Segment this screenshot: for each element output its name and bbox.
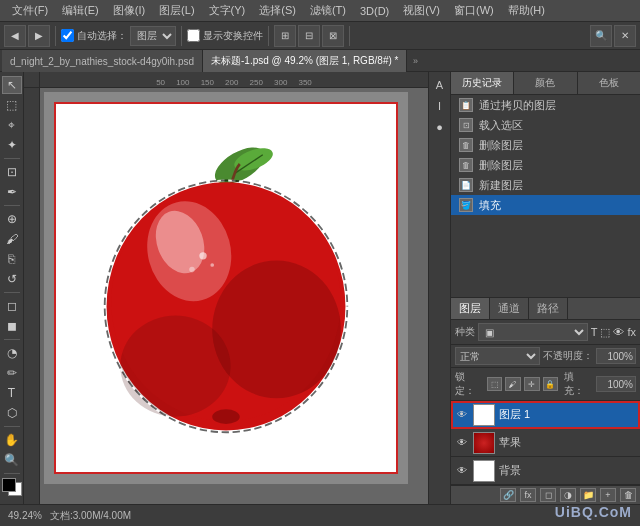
tool-clone[interactable]: ⎘ xyxy=(2,250,22,268)
tool-zoom[interactable]: 🔍 xyxy=(2,451,22,469)
tool-path[interactable]: ⬡ xyxy=(2,404,22,422)
tool-dodge[interactable]: ◔ xyxy=(2,344,22,362)
panel-tab-swatches[interactable]: 色板 xyxy=(578,72,640,94)
tool-sep-6 xyxy=(4,473,20,474)
show-transform-row: 显示变换控件 xyxy=(187,29,263,43)
layer-visibility-0[interactable]: 👁 xyxy=(455,408,469,422)
tool-hand[interactable]: ✋ xyxy=(2,431,22,449)
color-swatches[interactable] xyxy=(2,478,22,496)
layer-mask-btn[interactable]: ◻ xyxy=(540,488,556,502)
history-icon-4: 📄 xyxy=(459,178,473,192)
layer-opacity-row: 不透明度： xyxy=(543,348,636,364)
watermark: UiBQ.CoM xyxy=(555,504,632,520)
layers-tab-paths[interactable]: 路径 xyxy=(529,298,568,319)
history-item-4[interactable]: 📄 新建图层 xyxy=(451,175,640,195)
tool-text[interactable]: T xyxy=(2,384,22,402)
toolbar-back-btn[interactable]: ◀ xyxy=(4,25,26,47)
fill-input[interactable] xyxy=(596,376,636,392)
align-btn-1[interactable]: ⊞ xyxy=(274,25,296,47)
menu-layer[interactable]: 图层(L) xyxy=(153,1,200,20)
tool-crop[interactable]: ⊡ xyxy=(2,163,22,181)
layer-new-btn[interactable]: + xyxy=(600,488,616,502)
history-label-3: 删除图层 xyxy=(479,158,523,173)
tab-file2[interactable]: 未标题-1.psd @ 49.2% (图层 1, RGB/8#) * xyxy=(203,50,407,72)
layer-link-btn[interactable]: 🔗 xyxy=(500,488,516,502)
panel-tab-history[interactable]: 历史记录 xyxy=(451,72,514,94)
menu-3d[interactable]: 3D(D) xyxy=(354,3,395,19)
layer-item-0[interactable]: 👁 图层 1 xyxy=(451,401,640,429)
layer-name-1: 苹果 xyxy=(499,435,636,450)
tool-brush[interactable]: 🖌 xyxy=(2,230,22,248)
right-icon-info[interactable]: I xyxy=(431,97,449,115)
layer-group-btn[interactable]: 📁 xyxy=(580,488,596,502)
canvas-area[interactable]: 50 100 150 200 250 300 350 xyxy=(24,72,428,504)
history-item-5[interactable]: 🪣 填充 xyxy=(451,195,640,215)
auto-select-checkbox[interactable] xyxy=(61,29,74,42)
vertical-ruler xyxy=(24,72,40,504)
right-icon-text[interactable]: A xyxy=(431,76,449,94)
toolbar-forward-btn[interactable]: ▶ xyxy=(28,25,50,47)
toolbar-search-btn[interactable]: 🔍 xyxy=(590,25,612,47)
layers-tab-layers[interactable]: 图层 xyxy=(451,298,490,319)
tool-gradient[interactable]: ◼ xyxy=(2,317,22,335)
menu-image[interactable]: 图像(I) xyxy=(107,1,151,20)
history-panel: 📋 通过拷贝的图层 ⊡ 载入选区 🗑 删除图层 🗑 删除图层 📄 新建图层 🪣 xyxy=(451,95,640,297)
tab-bar: d_night_2_by_nathies_stock-d4gy0ih.psd 未… xyxy=(0,50,640,72)
menu-window[interactable]: 窗口(W) xyxy=(448,1,500,20)
layer-visibility-2[interactable]: 👁 xyxy=(455,464,469,478)
toolbar-separator-3 xyxy=(268,26,269,46)
menu-text[interactable]: 文字(Y) xyxy=(203,1,252,20)
toolbar-close-btn[interactable]: ✕ xyxy=(614,25,636,47)
menu-filter[interactable]: 滤镜(T) xyxy=(304,1,352,20)
history-item-0[interactable]: 📋 通过拷贝的图层 xyxy=(451,95,640,115)
lock-image-btn[interactable]: 🖌 xyxy=(505,377,521,391)
layers-kind-select[interactable]: ▣ xyxy=(478,323,588,341)
tool-pen[interactable]: ✏ xyxy=(2,364,22,382)
align-btn-2[interactable]: ⊟ xyxy=(298,25,320,47)
layer-visibility-1[interactable]: 👁 xyxy=(455,436,469,450)
tool-eyedropper[interactable]: ✒ xyxy=(2,183,22,201)
fill-label: 填充： xyxy=(564,370,593,398)
tab-more-btn[interactable]: » xyxy=(407,50,423,71)
tool-magic-wand[interactable]: ✦ xyxy=(2,136,22,154)
history-item-3[interactable]: 🗑 删除图层 xyxy=(451,155,640,175)
layer-adjustment-btn[interactable]: ◑ xyxy=(560,488,576,502)
layer-mode-select[interactable]: 正常 xyxy=(455,347,540,365)
tool-move[interactable]: ↖ xyxy=(2,76,22,94)
lock-all-btn[interactable]: 🔒 xyxy=(543,377,559,391)
tab-file1[interactable]: d_night_2_by_nathies_stock-d4gy0ih.psd xyxy=(2,50,203,72)
layer-item-2[interactable]: 👁 背景 xyxy=(451,457,640,485)
layer-delete-btn[interactable]: 🗑 xyxy=(620,488,636,502)
history-item-2[interactable]: 🗑 删除图层 xyxy=(451,135,640,155)
right-icon-dot[interactable]: ● xyxy=(431,118,449,136)
panel-tab-color[interactable]: 颜色 xyxy=(514,72,577,94)
align-btn-3[interactable]: ⊠ xyxy=(322,25,344,47)
layer-thumb-0 xyxy=(473,404,495,426)
menu-file[interactable]: 文件(F) xyxy=(6,1,54,20)
menu-help[interactable]: 帮助(H) xyxy=(502,1,551,20)
menu-view[interactable]: 视图(V) xyxy=(397,1,446,20)
tool-history-brush[interactable]: ↺ xyxy=(2,270,22,288)
tool-lasso[interactable]: ⌖ xyxy=(2,116,22,134)
ruler-corner xyxy=(24,72,40,88)
history-label-5: 填充 xyxy=(479,198,501,213)
lock-position-btn[interactable]: ✛ xyxy=(524,377,540,391)
opacity-input[interactable] xyxy=(596,348,636,364)
tool-eraser[interactable]: ◻ xyxy=(2,297,22,315)
layers-tab-channels[interactable]: 通道 xyxy=(490,298,529,319)
canvas-document[interactable] xyxy=(54,102,398,474)
status-bar: 49.24% 文档:3.00M/4.00M UiBQ.CoM xyxy=(0,504,640,526)
layer-item-1[interactable]: 👁 苹果 xyxy=(451,429,640,457)
auto-select-dropdown[interactable]: 图层 xyxy=(130,26,176,46)
menu-edit[interactable]: 编辑(E) xyxy=(56,1,105,20)
tool-marquee[interactable]: ⬚ xyxy=(2,96,22,114)
main-layout: ↖ ⬚ ⌖ ✦ ⊡ ✒ ⊕ 🖌 ⎘ ↺ ◻ ◼ ◔ ✏ T ⬡ ✋ 🔍 50 1… xyxy=(0,72,640,504)
menu-select[interactable]: 选择(S) xyxy=(253,1,302,20)
history-item-1[interactable]: ⊡ 载入选区 xyxy=(451,115,640,135)
history-icon-3: 🗑 xyxy=(459,158,473,172)
layer-fx-btn[interactable]: fx xyxy=(520,488,536,502)
lock-transparent-btn[interactable]: ⬚ xyxy=(487,377,503,391)
tool-spot-heal[interactable]: ⊕ xyxy=(2,210,22,228)
foreground-color-swatch[interactable] xyxy=(2,478,16,492)
show-transform-checkbox[interactable] xyxy=(187,29,200,42)
